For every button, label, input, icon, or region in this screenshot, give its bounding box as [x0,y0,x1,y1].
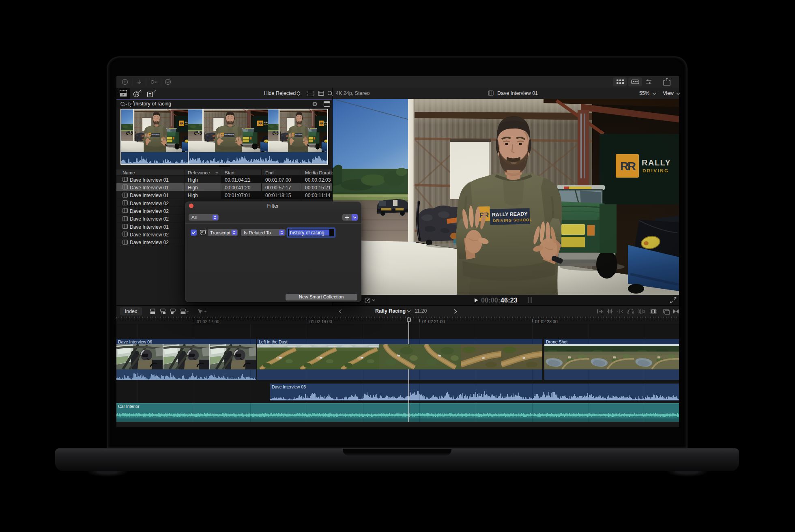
svg-text:T: T [149,92,151,97]
